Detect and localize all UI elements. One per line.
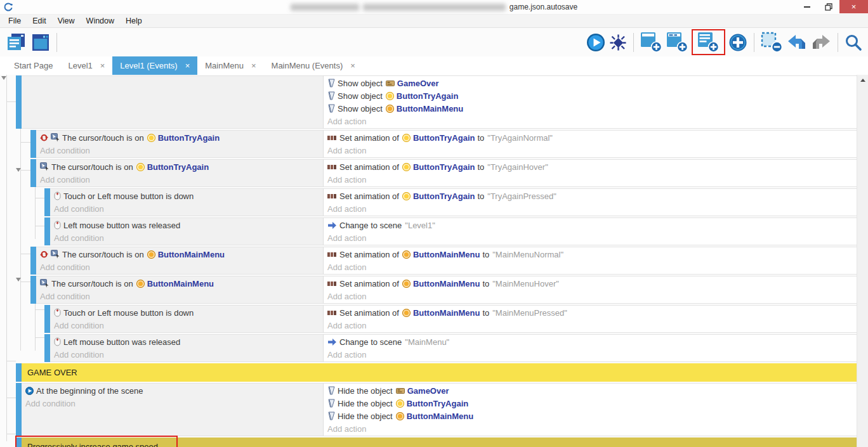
- add-condition[interactable]: Add condition: [25, 397, 319, 410]
- action[interactable]: Set animation ofButtonTryAgainto"TryAgai…: [327, 190, 853, 202]
- condition[interactable]: Left mouse button was released: [54, 335, 319, 348]
- restore-button[interactable]: [818, 0, 839, 13]
- action[interactable]: Change to scene"Level1": [327, 219, 853, 231]
- add-condition[interactable]: Add condition: [40, 261, 319, 273]
- add-action[interactable]: Add action: [327, 348, 853, 361]
- condition[interactable]: The cursor/touch is onButtonTryAgain: [40, 160, 319, 173]
- add-action[interactable]: Add action: [327, 173, 853, 186]
- tab-close-icon[interactable]: ×: [100, 61, 105, 70]
- actions-cell[interactable]: Set animation ofButtonTryAgainto"TryAgai…: [323, 159, 857, 187]
- event-drag-handle[interactable]: [16, 437, 22, 447]
- actions-cell[interactable]: Hide the objectGameOver Hide the objectB…: [323, 383, 857, 436]
- add-action[interactable]: Add action: [327, 231, 853, 244]
- event-drag-handle[interactable]: [16, 383, 22, 436]
- condition[interactable]: The cursor/touch is onButtonMainMenu: [40, 277, 319, 290]
- add-action[interactable]: Add action: [327, 319, 853, 332]
- add-condition[interactable]: Add condition: [54, 231, 319, 244]
- actions-cell[interactable]: Show objectGameOver Show objectButtonTry…: [323, 75, 857, 129]
- add-action[interactable]: Add action: [327, 202, 853, 215]
- action[interactable]: Set animation ofButtonTryAgainto"TryAgai…: [327, 160, 853, 173]
- add-condition[interactable]: Add condition: [54, 348, 319, 361]
- action[interactable]: Show objectButtonTryAgain: [327, 89, 853, 102]
- event-drag-handle[interactable]: [30, 276, 36, 304]
- scene-editor-button[interactable]: [31, 33, 50, 52]
- add-action[interactable]: Add action: [327, 115, 853, 127]
- tab-mainmenu-events[interactable]: MainMenu (Events)×: [264, 56, 363, 75]
- undo-button[interactable]: [787, 34, 807, 51]
- action[interactable]: Hide the objectButtonTryAgain: [327, 397, 853, 410]
- vertical-scrollbar[interactable]: [857, 75, 868, 447]
- add-action[interactable]: Add action: [327, 422, 853, 435]
- conditions-cell[interactable]: Touch or Left mouse button is down Add c…: [50, 305, 323, 333]
- action[interactable]: Hide the objectGameOver: [327, 384, 853, 397]
- add-condition[interactable]: Add condition: [40, 290, 319, 302]
- conditions-cell[interactable]: [22, 75, 323, 129]
- event-drag-handle[interactable]: [44, 334, 50, 362]
- condition[interactable]: The cursor/touch is onButtonMainMenu: [40, 248, 319, 261]
- play-button[interactable]: [586, 33, 605, 52]
- action[interactable]: Set animation ofButtonMainMenuto"MainMen…: [327, 306, 853, 319]
- remove-event-button[interactable]: [761, 32, 783, 53]
- add-event-button[interactable]: [640, 32, 662, 53]
- tab-level1-events[interactable]: Level1 (Events)×: [112, 56, 197, 75]
- project-manager-button[interactable]: [6, 32, 27, 53]
- event-drag-handle[interactable]: [44, 188, 50, 216]
- condition[interactable]: Touch or Left mouse button is down: [54, 190, 319, 202]
- conditions-cell[interactable]: At the beginning of the scene Add condit…: [22, 383, 323, 436]
- tab-start-page[interactable]: Start Page: [6, 56, 60, 75]
- comment-row[interactable]: GAME OVER: [16, 363, 857, 382]
- event-drag-handle[interactable]: [16, 75, 22, 129]
- scroll-up-button[interactable]: [857, 75, 868, 86]
- conditions-cell[interactable]: Left mouse button was released Add condi…: [50, 334, 323, 362]
- menu-window[interactable]: Window: [81, 15, 120, 27]
- actions-cell[interactable]: Set animation ofButtonTryAgainto"TryAgai…: [323, 188, 857, 216]
- add-action[interactable]: Add action: [327, 144, 853, 157]
- search-button[interactable]: [845, 34, 862, 51]
- event-drag-handle[interactable]: [30, 159, 36, 187]
- action[interactable]: Show objectButtonMainMenu: [327, 102, 853, 115]
- action[interactable]: Set animation ofButtonMainMenuto"MainMen…: [327, 277, 853, 290]
- tab-mainmenu[interactable]: MainMenu×: [197, 56, 263, 75]
- add-more-button[interactable]: [728, 33, 747, 52]
- actions-cell[interactable]: Change to scene"MainMenu" Add action: [323, 334, 857, 362]
- tab-close-icon[interactable]: ×: [350, 61, 355, 70]
- tab-close-icon[interactable]: ×: [185, 61, 190, 70]
- event-drag-handle[interactable]: [44, 305, 50, 333]
- action[interactable]: Change to scene"MainMenu": [327, 335, 853, 348]
- add-action[interactable]: Add action: [327, 290, 853, 302]
- conditions-cell[interactable]: The cursor/touch is onButtonTryAgain Add…: [36, 130, 323, 158]
- event-drag-handle[interactable]: [16, 363, 22, 382]
- event-drag-handle[interactable]: [30, 247, 36, 275]
- condition[interactable]: Touch or Left mouse button is down: [54, 306, 319, 319]
- menu-view[interactable]: View: [52, 15, 81, 27]
- actions-cell[interactable]: Set animation ofButtonMainMenuto"MainMen…: [323, 276, 857, 304]
- add-action[interactable]: Add action: [327, 261, 853, 273]
- action[interactable]: Hide the objectButtonMainMenu: [327, 410, 853, 422]
- actions-cell[interactable]: Set animation ofButtonTryAgainto"TryAgai…: [323, 130, 857, 158]
- conditions-cell[interactable]: Left mouse button was released Add condi…: [50, 217, 323, 245]
- menu-edit[interactable]: Edit: [27, 15, 52, 27]
- conditions-cell[interactable]: The cursor/touch is onButtonTryAgain Add…: [36, 159, 323, 187]
- debug-button[interactable]: [609, 34, 627, 51]
- conditions-cell[interactable]: Touch or Left mouse button is down Add c…: [50, 188, 323, 216]
- event-drag-handle[interactable]: [30, 130, 36, 158]
- close-button[interactable]: ×: [839, 0, 868, 13]
- action[interactable]: Show objectGameOver: [327, 77, 853, 89]
- actions-cell[interactable]: Set animation ofButtonMainMenuto"MainMen…: [323, 305, 857, 333]
- conditions-cell[interactable]: The cursor/touch is onButtonMainMenu Add…: [36, 276, 323, 304]
- condition[interactable]: Left mouse button was released: [54, 219, 319, 231]
- minimize-button[interactable]: [796, 0, 818, 13]
- actions-cell[interactable]: Change to scene"Level1" Add action: [323, 217, 857, 245]
- conditions-cell[interactable]: The cursor/touch is onButtonMainMenu Add…: [36, 247, 323, 275]
- actions-cell[interactable]: Set animation ofButtonMainMenuto"MainMen…: [323, 247, 857, 275]
- add-condition[interactable]: Add condition: [54, 202, 319, 215]
- condition[interactable]: The cursor/touch is onButtonTryAgain: [40, 131, 319, 144]
- tab-level1[interactable]: Level1×: [60, 56, 112, 75]
- comment-text[interactable]: GAME OVER: [22, 363, 857, 382]
- redo-button[interactable]: [811, 34, 831, 51]
- add-condition[interactable]: Add condition: [40, 144, 319, 157]
- add-condition[interactable]: Add condition: [40, 173, 319, 186]
- condition[interactable]: At the beginning of the scene: [25, 384, 319, 397]
- menu-file[interactable]: File: [3, 15, 27, 27]
- comment-row-selected[interactable]: Progressively increase game speed: [16, 437, 857, 447]
